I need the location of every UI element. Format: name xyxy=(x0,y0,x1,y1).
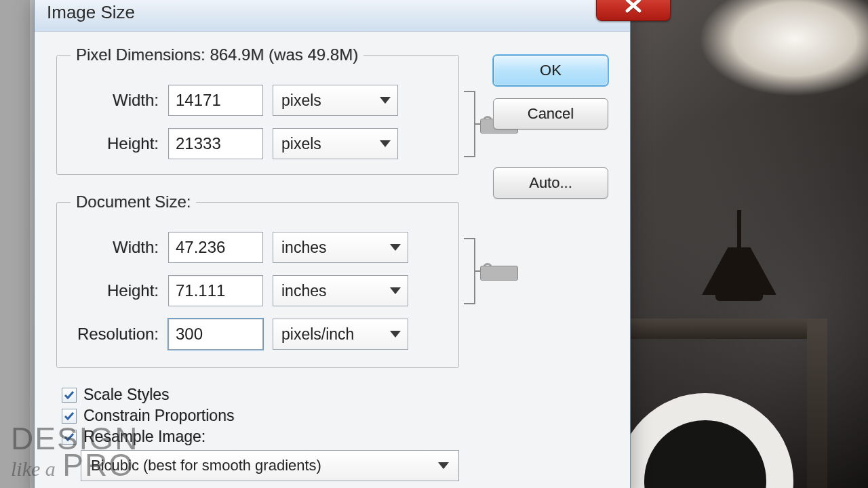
resolution-label: Resolution: xyxy=(71,325,159,344)
chevron-down-icon xyxy=(390,244,401,251)
scale-styles-checkbox[interactable]: Scale Styles xyxy=(62,386,459,404)
dialog-actions: OK Cancel Auto... xyxy=(493,55,608,199)
doc-width-unit-value: inches xyxy=(281,239,326,257)
pixel-dimensions-group: Pixel Dimensions: 864.9M (was 49.8M) Wid… xyxy=(56,45,459,175)
close-button[interactable] xyxy=(596,0,671,21)
document-size-group: Document Size: Width: inches xyxy=(56,192,459,368)
px-width-input[interactable] xyxy=(168,85,263,116)
titlebar[interactable]: Image Size xyxy=(35,0,630,32)
resolution-unit-value: pixels/inch xyxy=(281,325,354,344)
auto-button[interactable]: Auto... xyxy=(493,167,608,199)
background-photo xyxy=(624,0,868,488)
chevron-down-icon xyxy=(390,331,401,338)
doc-height-label: Height: xyxy=(71,281,159,300)
lamp-illustration xyxy=(698,210,780,319)
ok-button-label: OK xyxy=(540,62,561,79)
px-height-unit-select[interactable]: pixels xyxy=(273,128,398,159)
doc-link-bracket xyxy=(461,235,491,308)
auto-button-label: Auto... xyxy=(529,174,572,192)
doc-width-input[interactable] xyxy=(168,232,263,263)
px-width-label: Width: xyxy=(71,91,159,110)
pixel-dimensions-legend: Pixel Dimensions: 864.9M (was 49.8M) xyxy=(71,45,363,64)
cancel-button[interactable]: Cancel xyxy=(493,98,608,129)
dialog-title: Image Size xyxy=(47,2,135,23)
px-height-unit-value: pixels xyxy=(281,135,321,153)
resample-method-value: Bicubic (best for smooth gradients) xyxy=(91,457,321,474)
document-size-legend: Document Size: xyxy=(71,192,196,211)
doc-height-unit-value: inches xyxy=(281,282,326,300)
doc-width-label: Width: xyxy=(71,238,159,257)
chevron-down-icon xyxy=(438,462,449,469)
pixel-link-bracket xyxy=(461,87,491,161)
px-height-input[interactable] xyxy=(168,128,263,159)
doc-width-unit-select[interactable]: inches xyxy=(273,232,408,263)
px-height-label: Height: xyxy=(71,134,159,153)
checkbox-icon xyxy=(62,430,77,445)
link-icon xyxy=(480,263,495,281)
checkbox-icon xyxy=(62,409,77,424)
constrain-proportions-label: Constrain Proportions xyxy=(83,407,234,425)
resolution-input[interactable] xyxy=(168,319,263,350)
scale-styles-label: Scale Styles xyxy=(83,386,170,404)
matte-left xyxy=(0,0,30,488)
resolution-unit-select[interactable]: pixels/inch xyxy=(273,319,408,350)
constrain-proportions-checkbox[interactable]: Constrain Proportions xyxy=(62,407,459,425)
resample-method-select[interactable]: Bicubic (best for smooth gradients) xyxy=(81,450,459,481)
chevron-down-icon xyxy=(380,140,391,147)
chevron-down-icon xyxy=(390,287,401,294)
px-width-unit-value: pixels xyxy=(281,92,321,110)
chevron-down-icon xyxy=(380,97,391,104)
image-size-dialog: Image Size Pixel Dimensions: 864.9M (was… xyxy=(34,0,631,488)
close-icon xyxy=(623,0,644,16)
resample-image-checkbox[interactable]: Resample Image: xyxy=(62,428,459,446)
resample-image-label: Resample Image: xyxy=(83,428,205,446)
doc-height-input[interactable] xyxy=(168,275,263,306)
px-width-unit-select[interactable]: pixels xyxy=(273,85,398,116)
ok-button[interactable]: OK xyxy=(493,55,608,86)
doc-height-unit-select[interactable]: inches xyxy=(273,275,408,306)
checkbox-icon xyxy=(62,388,77,403)
options-checks: Scale Styles Constrain Proportions Resam… xyxy=(62,386,459,446)
cancel-button-label: Cancel xyxy=(528,105,574,123)
